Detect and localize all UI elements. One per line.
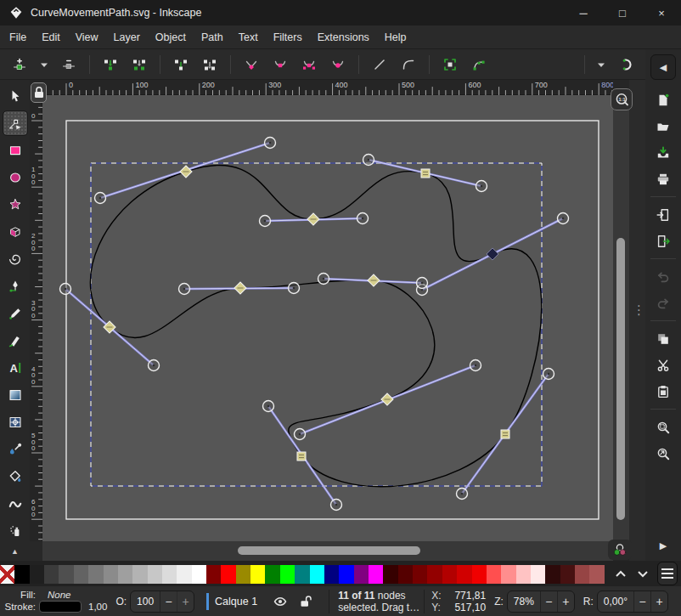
splitter-handle-icon[interactable]: ⋮ [633,302,645,318]
palette-swatch[interactable] [30,565,44,584]
palette-swatch[interactable] [280,565,295,584]
menu-text[interactable]: Text [231,27,266,48]
palette-swatch[interactable] [487,565,501,584]
canvas[interactable] [42,95,613,541]
palette-swatch[interactable] [310,565,324,584]
minimize-button[interactable]: ─ [564,0,603,25]
insert-node-button[interactable] [7,53,32,76]
layer-name[interactable]: Calque 1 [215,596,257,608]
palette-swatch[interactable] [531,565,545,584]
tool-dropper[interactable] [3,438,27,461]
palette-swatch[interactable] [118,565,132,584]
color-managed-mode-icon[interactable] [608,540,632,560]
collapse-panel-button[interactable]: ◀ [650,54,676,80]
palette-swatch[interactable] [575,565,589,584]
vertical-scrollbar[interactable] [613,95,629,541]
palette-swatch[interactable] [132,565,147,584]
join-nodes-button[interactable] [98,53,123,76]
menu-edit[interactable]: Edit [34,27,68,48]
toolbox-overflow-button[interactable]: ▲ [11,547,19,556]
zoom-decrease-button[interactable]: − [540,591,557,612]
palette-swatch[interactable] [14,565,29,584]
maximize-button[interactable]: □ [603,0,642,25]
save-document-button[interactable] [650,141,676,164]
new-document-button[interactable] [650,88,676,111]
palette-swatch[interactable] [398,565,413,584]
vertical-scrollbar-thumb[interactable] [616,238,625,520]
palette-swatch[interactable] [44,565,59,584]
export-document-button[interactable] [650,229,676,252]
layer-visibility-eye-icon[interactable] [271,593,290,610]
tool-calligraphy[interactable] [3,329,27,353]
palette-scroll-down-button[interactable] [632,563,654,584]
palette-swatch[interactable] [516,565,531,584]
palette-swatch[interactable] [104,565,118,584]
tool-ellipse[interactable] [3,166,27,189]
menu-filters[interactable]: Filters [266,27,310,48]
rotation-value[interactable]: 0,00° [598,591,633,612]
tool-spray[interactable] [3,519,27,543]
delete-segment-button[interactable] [197,53,222,76]
palette-swatch[interactable] [265,565,279,584]
tool-rectangle[interactable] [3,138,27,162]
break-nodes-button[interactable] [168,53,194,76]
menu-help[interactable]: Help [377,27,414,48]
palette-swatch[interactable] [457,565,471,584]
tool-star[interactable] [3,193,27,217]
node-corner-button[interactable] [239,53,264,76]
toolbar-overflow-dropdown[interactable] [593,53,610,76]
object-to-path-button[interactable] [437,53,463,76]
palette-swatch[interactable] [59,565,73,584]
palette-swatch[interactable] [236,565,250,584]
palette-swatch[interactable] [339,565,353,584]
zoom-drawing-button[interactable] [650,442,676,465]
cut-button[interactable] [650,353,676,376]
palette-swatch[interactable] [354,565,369,584]
palette-swatch[interactable] [442,565,457,584]
menu-object[interactable]: Object [148,27,194,48]
palette-swatch[interactable] [221,565,235,584]
segment-curve-button[interactable] [396,53,421,76]
zoom-selection-button[interactable] [650,415,676,438]
opacity-increase-button[interactable]: + [177,591,194,612]
vertical-ruler[interactable]: 0100200300400500600 [30,95,42,541]
palette-swatch[interactable] [324,565,339,584]
stroke-swatch[interactable] [39,601,82,613]
menu-path[interactable]: Path [194,27,231,48]
palette-swatch[interactable] [177,565,191,584]
tool-node-editor[interactable] [3,111,27,135]
palette-swatch[interactable] [472,565,487,584]
close-button[interactable]: × [642,0,681,25]
palette-swatch[interactable] [560,565,575,584]
stroke-to-path-button[interactable] [466,53,492,76]
join-with-segment-button[interactable] [127,53,152,76]
palette-swatch[interactable] [383,565,397,584]
tool-selector[interactable] [3,84,27,108]
menu-extensions[interactable]: Extensions [310,27,377,48]
tool-text[interactable]: A [3,356,27,380]
tool-pen[interactable] [3,274,27,298]
undo-button[interactable] [650,265,676,288]
tool-spiral[interactable] [3,247,27,271]
tool-gradient[interactable] [3,383,27,407]
menu-file[interactable]: File [2,27,34,48]
palette-swatch[interactable] [545,565,560,584]
segment-line-button[interactable] [367,53,392,76]
palette-menu-button[interactable] [657,562,678,585]
palette-swatch[interactable] [369,565,383,584]
more-commands-button[interactable]: ▶ [650,534,676,557]
layer-lock-icon[interactable] [296,593,315,610]
node-smooth-button[interactable] [267,53,293,76]
print-document-button[interactable] [650,167,676,190]
palette-swatch[interactable] [589,565,604,584]
palette-swatch[interactable] [162,565,177,584]
opacity-decrease-button[interactable]: − [160,591,177,612]
palette-scroll-up-button[interactable] [610,563,632,584]
palette-swatch[interactable] [413,565,427,584]
palette-swatch-none[interactable] [0,565,14,584]
horizontal-scrollbar[interactable] [42,541,613,561]
tool-paint-bucket[interactable] [3,465,27,489]
panel-splitter[interactable]: ⋮ [629,80,645,561]
tool-mesh[interactable] [3,410,27,434]
node-symmetric-button[interactable] [296,53,322,76]
